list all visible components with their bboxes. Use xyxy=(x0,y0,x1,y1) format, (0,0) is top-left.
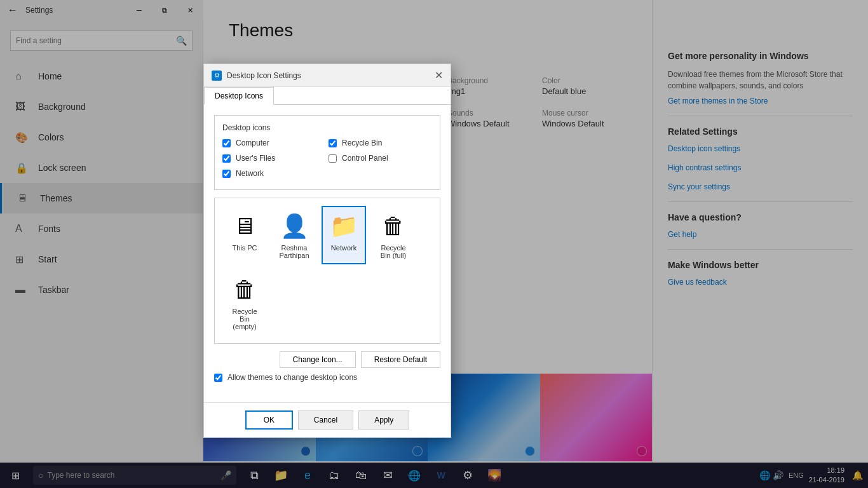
checkbox-row-1: Recycle Bin xyxy=(329,139,432,147)
icon-img-4: 🗑 xyxy=(229,274,260,305)
icon-img-3: 🗑 xyxy=(378,211,409,241)
section-title: Desktop icons xyxy=(222,123,432,132)
checkbox-label-0: Computer xyxy=(236,139,269,147)
desktop-icon-1[interactable]: 👤Reshma Parthipan xyxy=(272,206,316,264)
checkbox-row-4: Network xyxy=(222,169,326,178)
checkbox-2[interactable] xyxy=(222,154,231,163)
icon-img-1: 👤 xyxy=(279,211,309,241)
ok-button[interactable]: OK xyxy=(245,410,293,430)
modal-overlay[interactable]: ⚙ Desktop Icon Settings ✕ Desktop Icons … xyxy=(0,0,868,488)
restore-default-button[interactable]: Restore Default xyxy=(361,351,440,368)
checkbox-label-2: User's Files xyxy=(236,154,275,163)
icon-label-1: Reshma Parthipan xyxy=(277,244,311,259)
icon-label-3: Recycle Bin (full) xyxy=(376,244,410,259)
apply-button[interactable]: Apply xyxy=(358,410,409,430)
icon-img-0: 🖥 xyxy=(229,211,260,241)
checkbox-label-1: Recycle Bin xyxy=(342,139,382,147)
checkbox-4[interactable] xyxy=(222,170,231,178)
checkbox-1[interactable] xyxy=(329,139,337,147)
allow-themes-label: Allow themes to change desktop icons xyxy=(227,373,357,382)
desktop-icon-0[interactable]: 🖥This PC xyxy=(222,206,267,264)
desktop-icon-2[interactable]: 📁Network xyxy=(322,206,366,264)
icon-label-0: This PC xyxy=(232,244,257,252)
allow-themes-checkbox[interactable] xyxy=(214,374,222,382)
checkbox-0[interactable] xyxy=(222,139,231,147)
desktop-icons-tab[interactable]: Desktop Icons xyxy=(204,87,274,105)
checkbox-row-0: Computer xyxy=(222,139,326,147)
icon-img-2: 📁 xyxy=(329,211,359,241)
modal-title: Desktop Icon Settings xyxy=(227,71,301,80)
change-icon-button[interactable]: Change Icon... xyxy=(280,351,356,368)
checkbox-3[interactable] xyxy=(329,154,337,163)
icon-label-2: Network xyxy=(331,244,356,252)
checkbox-row-2: User's Files xyxy=(222,154,326,163)
checkbox-row-3: Control Panel xyxy=(329,154,432,163)
modal-app-icon: ⚙ xyxy=(212,71,222,81)
cancel-button[interactable]: Cancel xyxy=(298,410,353,430)
checkbox-label-3: Control Panel xyxy=(342,154,388,163)
icon-label-4: Recycle Bin (empty) xyxy=(227,308,262,330)
checkbox-label-4: Network xyxy=(236,169,264,178)
modal-close-button[interactable]: ✕ xyxy=(435,69,443,81)
desktop-icon-4[interactable]: 🗑Recycle Bin (empty) xyxy=(222,269,267,336)
desktop-icon-3[interactable]: 🗑Recycle Bin (full) xyxy=(371,206,416,264)
modal-dialog: ⚙ Desktop Icon Settings ✕ Desktop Icons … xyxy=(203,64,451,438)
